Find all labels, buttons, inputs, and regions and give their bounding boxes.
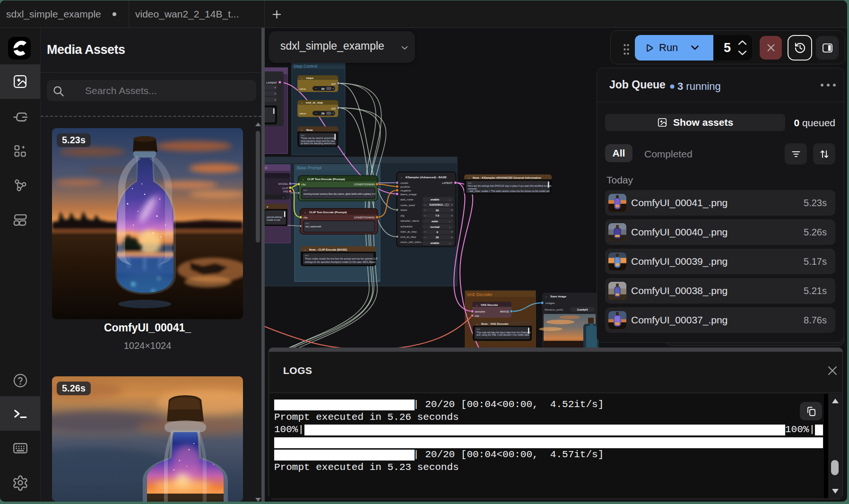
svg-text:−: − [424, 236, 426, 239]
svg-text:settings for the specified che: settings for the specified checkpoint mo… [305, 261, 375, 263]
svg-text:−: − [424, 230, 426, 234]
svg-text:⌄: ⌄ [304, 248, 306, 251]
svg-text:⌄: ⌄ [468, 176, 470, 179]
svg-text:euler: euler [432, 220, 439, 223]
svg-text:LATENT: LATENT [442, 182, 453, 184]
svg-text:vae: vae [475, 314, 479, 317]
svg-text:⌄: ⌄ [302, 178, 304, 181]
svg-text:text: text [305, 254, 309, 257]
svg-text:+: + [451, 236, 453, 239]
svg-text:at which the sampling switches: at which the sampling switches to [301, 142, 336, 145]
svg-text:⌄: ⌄ [449, 198, 451, 201]
svg-text:clip: clip [303, 216, 308, 219]
svg-text:text: text [468, 182, 472, 184]
svg-text:ncoder to use.: ncoder to use. [267, 219, 281, 221]
svg-text:0: 0 [436, 231, 438, 234]
svg-text:CLIP Text Encode (Prompt): CLIP Text Encode (Prompt) [307, 177, 345, 181]
svg-text:VAE: VAE [283, 190, 288, 193]
svg-text:Save Image: Save Image [550, 295, 567, 298]
svg-text:ComfyUI: ComfyUI [577, 308, 588, 311]
svg-text:20: 20 [436, 236, 439, 239]
svg-text:−: − [424, 203, 426, 207]
svg-text:INT: INT [331, 107, 336, 110]
svg-text:20: 20 [436, 209, 439, 212]
svg-text:clip: clip [302, 183, 306, 186]
svg-text:7.0: 7.0 [435, 214, 439, 217]
svg-text:20: 20 [321, 87, 325, 90]
svg-text:latent_image: latent_image [400, 193, 417, 196]
svg-text:⌄: ⌄ [282, 196, 285, 199]
svg-text:scheduler: scheduler [400, 225, 413, 228]
svg-text:text: text [301, 134, 305, 137]
svg-text:MODEL: MODEL [278, 182, 289, 185]
svg-text:positive: positive [400, 185, 410, 188]
svg-text:samples: samples [475, 310, 485, 313]
svg-text:LATENT: LATENT [266, 81, 277, 84]
svg-text:+: + [332, 87, 334, 90]
svg-text:optimal settings: optimal settings [267, 216, 282, 218]
svg-text:filename_prefix: filename_prefix [545, 308, 563, 311]
svg-text:return_with_leftov...: return_with_leftov... [400, 241, 423, 243]
svg-text:Note - KSampler ADVANCED Gener: Note - KSampler ADVANCED General Informa… [473, 176, 541, 179]
svg-text:20: 20 [321, 112, 325, 115]
svg-text:CLIP: CLIP [282, 187, 288, 190]
svg-text:⌄: ⌄ [301, 128, 303, 131]
svg-text:+: + [451, 209, 453, 212]
svg-text:−: − [315, 112, 317, 115]
svg-text:+: + [451, 230, 453, 234]
svg-text:text: text [303, 189, 307, 191]
svg-text:−: − [424, 214, 426, 217]
svg-text:text: text [476, 328, 480, 330]
svg-text:Note - CLIP Encode (BASE): Note - CLIP Encode (BASE) [309, 248, 347, 251]
svg-text:- add_noise: enable = This add: - add_noise: enable = This adds random n… [468, 190, 550, 192]
svg-text:noise_seed: noise_seed [400, 204, 415, 207]
svg-text:⌄: ⌄ [449, 242, 451, 244]
svg-text:+: + [274, 92, 277, 96]
svg-text:Note: Note [306, 128, 313, 131]
svg-text:−: − [424, 209, 426, 212]
svg-text:sampler_name: sampler_name [400, 219, 419, 222]
svg-text:⌄: ⌄ [449, 226, 451, 228]
svg-text:images: images [546, 302, 554, 304]
svg-text:add_noise: add_noise [400, 198, 414, 201]
svg-text:VAE Decoder: VAE Decoder [467, 292, 493, 297]
svg-text:CONDITIONING: CONDITIONING [354, 216, 375, 219]
svg-text:enable: enable [431, 198, 440, 201]
svg-text:end_at_step: end_at_step [400, 235, 416, 238]
svg-text:IMAGE: IMAGE [500, 310, 509, 313]
svg-text:⌄: ⌄ [545, 295, 547, 298]
svg-text:KSampler (Advanced) - BASE: KSampler (Advanced) - BASE [406, 175, 447, 179]
svg-text:del: del [265, 165, 267, 170]
svg-text:⌄: ⌄ [476, 304, 478, 306]
svg-text:negative: negative [400, 189, 411, 192]
svg-text:⌄: ⌄ [301, 101, 303, 104]
svg-text:⌄: ⌄ [400, 176, 403, 179]
svg-text:⌄: ⌄ [449, 220, 451, 223]
svg-text:+: + [274, 86, 277, 90]
svg-text:normal: normal [430, 226, 440, 228]
svg-text:correctly:: correctly: [468, 188, 477, 190]
svg-text:+: + [332, 112, 334, 115]
svg-text:value: value [299, 87, 306, 90]
svg-text:This node will take the latent: This node will take the latent data from… [476, 331, 531, 334]
svg-text:steps: steps [400, 209, 407, 211]
svg-text:steps: steps [306, 76, 314, 79]
svg-text:+: + [274, 98, 277, 102]
svg-text:VAE Decode: VAE Decode [481, 303, 498, 306]
svg-text:These nodes recolor the text f: These nodes recolor the text from the pr… [305, 258, 378, 260]
svg-text:model: model [400, 182, 408, 184]
svg-text:total sampling steps and the s: total sampling steps and the step [301, 140, 335, 142]
svg-text:⌄: ⌄ [301, 77, 303, 79]
svg-text:These can be used to control t: These can be used to control the [301, 137, 335, 139]
svg-text:Step Control: Step Control [294, 64, 317, 69]
svg-text:evening sunset scenery blue sk: evening sunset scenery blue sky nature, … [303, 193, 376, 195]
svg-text:+: + [451, 203, 453, 207]
svg-text:Here are the settings that SHO: Here are the settings that SHOULD stay i… [468, 185, 552, 187]
svg-text:text, watermark: text, watermark [305, 226, 321, 228]
svg-text:⌄: ⌄ [476, 322, 478, 325]
svg-text:text: text [305, 222, 309, 225]
svg-text:CLIP Text Encode (Prompt): CLIP Text Encode (Prompt) [309, 210, 347, 214]
svg-text:CONDITIONING: CONDITIONING [354, 183, 375, 186]
svg-text:⌄: ⌄ [304, 211, 306, 214]
svg-text:and, using the VAE, it will de: and, using the VAE, it will decode it in… [476, 334, 529, 336]
